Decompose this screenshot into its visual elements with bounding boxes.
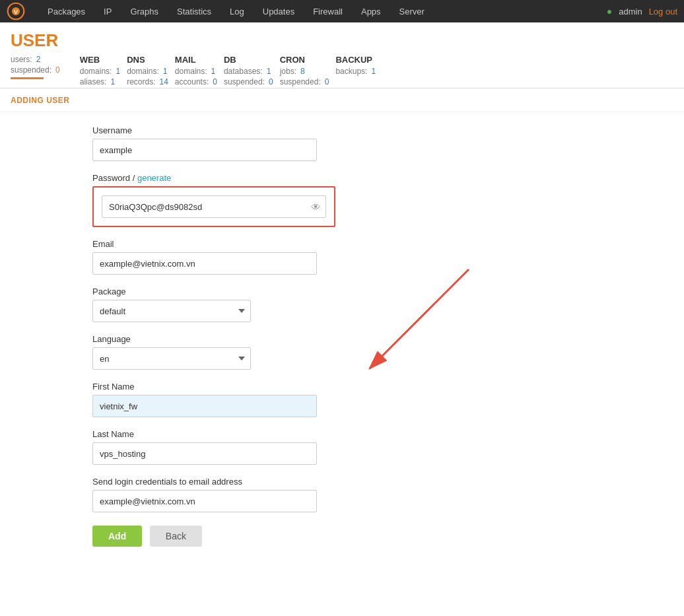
eye-icon[interactable]: 👁: [311, 201, 321, 213]
nav-right: ● admin Log out: [607, 6, 677, 17]
notification-bell-icon[interactable]: ●: [607, 6, 612, 17]
nav-log[interactable]: Log: [221, 0, 254, 22]
send-credentials-label: Send login credentials to email address: [92, 477, 370, 487]
breadcrumb-text: ADDING USER: [11, 96, 70, 105]
users-label: users:: [11, 55, 32, 64]
logo: V: [7, 2, 25, 20]
username-label: Username: [92, 125, 370, 135]
cron-section: CRON jobs: 8 suspended: 0: [280, 55, 329, 88]
web-aliases-value: 1: [110, 77, 115, 86]
mail-accounts-label: accounts:: [175, 77, 209, 86]
active-bar: [11, 77, 44, 79]
email-group: Email: [92, 239, 370, 275]
admin-link[interactable]: admin: [619, 7, 642, 17]
mail-accounts-value: 0: [213, 77, 217, 86]
svg-text:V: V: [14, 8, 18, 15]
dns-records-value: 14: [160, 77, 168, 86]
backup-backups-value: 1: [371, 67, 376, 76]
nav-apps[interactable]: Apps: [352, 0, 390, 22]
db-databases-label: databases:: [224, 67, 263, 76]
user-stats: users: 2 suspended: 0: [11, 55, 60, 88]
web-domains-value: 1: [116, 67, 120, 76]
language-label: Language: [92, 334, 370, 344]
suspended-label: suspended:: [11, 65, 51, 75]
package-select[interactable]: default: [92, 300, 251, 322]
username-group: Username: [92, 125, 370, 161]
generate-link[interactable]: generate: [137, 173, 171, 183]
subheader-stats: users: 2 suspended: 0 WEB domains: 1 ali…: [11, 55, 673, 88]
cron-suspended-label: suspended:: [280, 77, 321, 86]
username-input[interactable]: [92, 139, 317, 161]
mail-domains-label: domains:: [175, 67, 207, 76]
nav-updates[interactable]: Updates: [254, 0, 304, 22]
db-title: DB: [224, 55, 273, 65]
firstname-input[interactable]: [92, 395, 317, 417]
password-group: Password / generate 👁: [92, 173, 370, 227]
button-row: Add Back: [92, 526, 370, 547]
dns-domains-label: domains:: [127, 67, 159, 76]
backup-section: BACKUP backups: 1: [335, 55, 376, 88]
backup-backups-label: backups:: [335, 67, 367, 76]
users-value: 2: [36, 55, 41, 64]
email-input[interactable]: [92, 252, 317, 275]
user-title: USER: [11, 30, 673, 51]
breadcrumb-bar: ADDING USER: [0, 88, 684, 112]
dns-section: DNS domains: 1 records: 14: [127, 55, 168, 88]
password-input[interactable]: [102, 195, 326, 218]
nav-graphs[interactable]: Graphs: [121, 0, 168, 22]
lastname-input[interactable]: [92, 442, 317, 465]
mail-title: MAIL: [175, 55, 217, 65]
cron-suspended-value: 0: [325, 77, 329, 86]
nav-ip[interactable]: IP: [94, 0, 121, 22]
nav-links: Packages IP Graphs Statistics Log Update…: [38, 0, 607, 22]
cron-jobs-label: jobs:: [280, 67, 296, 76]
back-button[interactable]: Back: [150, 526, 202, 547]
dns-records-label: records:: [127, 77, 155, 86]
mail-domains-value: 1: [211, 67, 216, 76]
cron-jobs-value: 8: [300, 67, 305, 76]
cron-title: CRON: [280, 55, 329, 65]
top-navigation: V Packages IP Graphs Statistics Log Upda…: [0, 0, 684, 22]
email-label: Email: [92, 239, 370, 249]
add-button[interactable]: Add: [92, 526, 142, 547]
db-suspended-label: suspended:: [224, 77, 265, 86]
lastname-group: Last Name: [92, 429, 370, 465]
send-credentials-input[interactable]: [92, 490, 317, 512]
backup-title: BACKUP: [335, 55, 376, 65]
nav-server[interactable]: Server: [390, 0, 434, 22]
suspended-value: 0: [55, 65, 60, 75]
db-suspended-value: 0: [269, 77, 273, 86]
password-inner: 👁: [102, 195, 326, 218]
db-databases-value: 1: [267, 67, 271, 76]
add-user-form: Username Password / generate 👁 Email Pac…: [0, 112, 462, 560]
nav-statistics[interactable]: Statistics: [168, 0, 221, 22]
nav-packages[interactable]: Packages: [38, 0, 94, 22]
db-section: DB databases: 1 suspended: 0: [224, 55, 273, 88]
firstname-group: First Name: [92, 382, 370, 417]
web-domains-label: domains:: [80, 67, 112, 76]
package-label: Package: [92, 287, 370, 296]
package-group: Package default: [92, 287, 370, 322]
nav-firewall[interactable]: Firewall: [304, 0, 352, 22]
mail-section: MAIL domains: 1 accounts: 0: [175, 55, 217, 88]
svg-line-4: [370, 269, 469, 368]
dns-domains-value: 1: [163, 67, 168, 76]
password-wrapper: 👁: [92, 186, 335, 227]
lastname-label: Last Name: [92, 429, 370, 439]
send-credentials-group: Send login credentials to email address: [92, 477, 370, 512]
web-section: WEB domains: 1 aliases: 1: [80, 55, 120, 88]
password-label: Password / generate: [92, 173, 370, 183]
web-title: WEB: [80, 55, 120, 65]
subheader: USER users: 2 suspended: 0 WEB domains: …: [0, 22, 684, 88]
language-group: Language en: [92, 334, 370, 370]
web-aliases-label: aliases:: [80, 77, 107, 86]
language-select[interactable]: en: [92, 347, 251, 370]
logout-link[interactable]: Log out: [649, 7, 677, 17]
firstname-label: First Name: [92, 382, 370, 392]
annotation-arrow: [264, 263, 475, 395]
dns-title: DNS: [127, 55, 168, 65]
